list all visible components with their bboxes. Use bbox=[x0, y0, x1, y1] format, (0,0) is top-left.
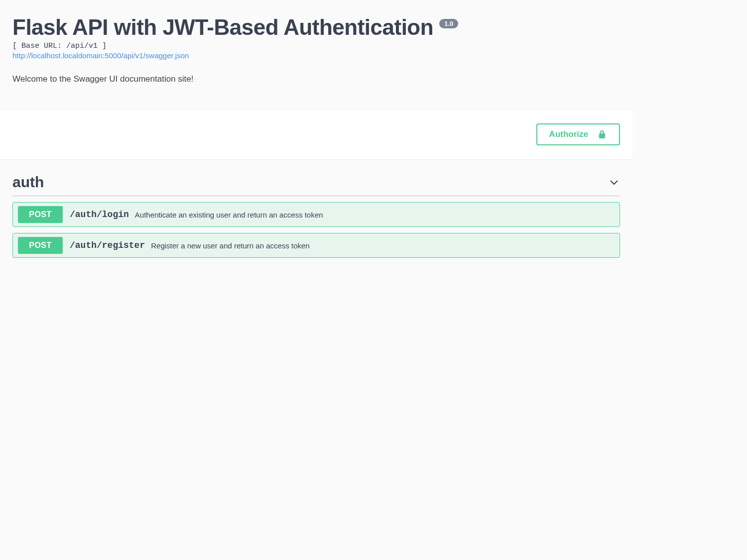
method-badge-post: POST bbox=[18, 237, 63, 254]
tag-header-auth[interactable]: auth bbox=[12, 174, 620, 196]
operation-auth-register[interactable]: POST /auth/register Register a new user … bbox=[12, 233, 620, 258]
api-description: Welcome to the Swagger UI documentation … bbox=[12, 74, 620, 84]
operations-section: auth POST /auth/login Authenticate an ex… bbox=[0, 160, 632, 272]
operation-path: /auth/register bbox=[70, 240, 145, 250]
authorize-button[interactable]: Authorize bbox=[536, 123, 620, 145]
chevron-down-icon bbox=[608, 176, 620, 188]
operation-summary: Authenticate an existing user and return… bbox=[135, 211, 323, 219]
version-badge: 1.0 bbox=[439, 19, 458, 28]
operation-auth-login[interactable]: POST /auth/login Authenticate an existin… bbox=[12, 202, 620, 227]
header-section: Flask API with JWT-Based Authentication … bbox=[0, 0, 632, 109]
base-url-label: [ Base URL: /api/v1 ] bbox=[12, 42, 620, 50]
lock-icon bbox=[597, 129, 607, 139]
operation-summary: Register a new user and return an access… bbox=[151, 241, 310, 250]
page-title: Flask API with JWT-Based Authentication bbox=[12, 15, 433, 40]
swagger-json-link[interactable]: http://localhost.localdomain:5000/api/v1… bbox=[12, 51, 189, 60]
authorize-bar: Authorize bbox=[0, 109, 632, 160]
authorize-label: Authorize bbox=[549, 129, 588, 139]
method-badge-post: POST bbox=[18, 206, 63, 223]
operation-path: /auth/login bbox=[70, 210, 129, 220]
tag-name: auth bbox=[12, 174, 44, 191]
